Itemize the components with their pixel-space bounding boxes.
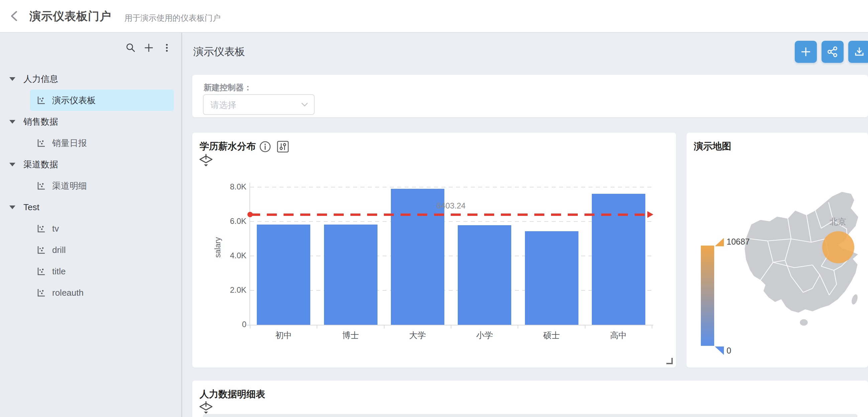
chart-icon [36,266,46,276]
back-icon[interactable] [8,9,22,23]
beijing-bubble [822,231,854,263]
download-button[interactable] [848,41,868,63]
table-header-row [203,414,857,417]
sidebar: 人力信息演示仪表板销售数据销量日报渠道数据渠道明细Testtvdrilltitl… [0,33,182,417]
dashboard-tree: 人力信息演示仪表板销售数据销量日报渠道数据渠道明细Testtvdrilltitl… [0,68,181,303]
tree-item-演示仪表板[interactable]: 演示仪表板 [0,90,181,111]
tree-item-highlight [30,90,174,111]
x-axis-tick [652,325,652,328]
info-icon[interactable] [259,141,271,153]
chart-icon [36,288,46,298]
chart-icon [36,245,46,255]
threshold-dot [247,212,253,217]
map-title: 演示地图 [694,140,731,153]
drill-down-icon[interactable] [198,400,214,415]
portal-subtitle: 用于演示使用的仪表板门户 [124,13,221,23]
x-axis-tick [518,325,518,328]
x-category-label: 高中 [585,330,652,341]
resize-handle[interactable] [666,358,673,364]
controller-panel: 新建控制器： 请选择 [192,75,868,117]
filter-sliders-icon[interactable] [277,140,289,153]
caret-down-icon [9,163,16,166]
map-card: 演示地图 [686,133,868,367]
threshold-value-label: 6403.24 [250,201,652,211]
tree-group-人力信息[interactable]: 人力信息 [0,68,181,90]
tree-item-label: roleauth [52,288,84,298]
x-axis-tick [451,325,452,328]
tree-group-label: Test [23,202,39,213]
y-tick-label: 4.0K [224,251,246,260]
threshold-line [250,214,649,216]
legend-max-marker [715,238,724,246]
x-axis-tick [585,325,586,328]
chart-icon [36,224,46,233]
tree-group-label: 人力信息 [23,73,58,85]
x-category-label: 博士 [317,330,384,341]
y-tick-label: 2.0K [224,285,246,295]
tree-item-title[interactable]: title [0,261,181,282]
chevron-down-icon [301,101,309,108]
china-map[interactable] [741,189,868,329]
tree-group-Test[interactable]: Test [0,196,181,218]
bar-初中[interactable] [257,225,310,325]
chart-icon [36,138,46,148]
city-label: 北京 [830,216,846,227]
tree-group-label: 渠道数据 [23,159,58,170]
app-window: 演示仪表板门户 用于演示使用的仪表板门户 人力信息演示仪表板销售数据销量日报渠道… [0,0,868,417]
y-axis-label: salary [213,237,222,258]
portal-title: 演示仪表板门户 [29,9,111,24]
map-legend-gradient [701,246,714,346]
add-panel-button[interactable] [795,41,817,63]
tree-item-tv[interactable]: tv [0,218,181,239]
tree-item-label: drill [52,245,65,255]
chart-title: 学历薪水分布 [199,140,256,153]
tree-group-label: 销售数据 [23,116,58,128]
tree-item-drill[interactable]: drill [0,239,181,261]
main-content: 演示仪表板 新建控制器： 请选择 [182,33,868,417]
bar-chart-card: 学历薪水分布 salary 02.0K4.0K6.0K8.0K初中博士大学小学硕… [192,133,676,367]
legend-max-value: 10687 [726,237,750,247]
tree-item-label: tv [52,224,59,234]
tree-item-销量日报[interactable]: 销量日报 [0,132,181,154]
tree-item-highlight [30,239,174,261]
bar-小学[interactable] [458,225,511,325]
x-category-label: 小学 [451,330,518,341]
sidebar-toolbar [126,43,172,53]
legend-min-marker [715,347,724,355]
y-tick-label: 0 [224,320,246,329]
chart-icon [36,181,46,191]
caret-down-icon [9,120,16,124]
search-icon[interactable] [126,43,136,53]
tree-item-label: title [52,266,65,277]
tree-item-label: 销量日报 [52,137,87,149]
bar-博士[interactable] [324,225,377,325]
tree-item-roleauth[interactable]: roleauth [0,282,181,303]
tree-group-销售数据[interactable]: 销售数据 [0,111,181,132]
controller-select[interactable]: 请选择 [203,94,315,115]
x-category-label: 初中 [250,330,317,341]
plus-icon[interactable] [144,43,154,53]
drill-down-icon[interactable] [198,153,214,167]
caret-down-icon [9,77,16,81]
x-axis-tick [384,325,384,328]
bar-硕士[interactable] [525,231,579,325]
share-button[interactable] [822,41,844,63]
tree-item-highlight [30,282,174,303]
tree-group-渠道数据[interactable]: 渠道数据 [0,154,181,175]
tree-item-渠道明细[interactable]: 渠道明细 [0,175,181,196]
chart-icon [36,95,46,105]
gridline [250,187,652,188]
x-axis-tick [250,325,250,328]
caret-down-icon [9,205,16,209]
table-card-title: 人力数据明细表 [199,388,265,400]
tree-item-highlight [30,175,174,196]
kebab-menu-icon[interactable] [162,43,172,53]
controller-select-placeholder: 请选择 [210,99,237,111]
tree-item-label: 渠道明细 [52,180,87,192]
portal-header: 演示仪表板门户 用于演示使用的仪表板门户 [0,0,868,33]
y-tick-label: 6.0K [224,217,246,226]
controller-label: 新建控制器： [204,82,252,93]
legend-min-value: 0 [726,346,731,355]
x-category-label: 硕士 [518,330,585,341]
tree-item-highlight [30,218,174,239]
